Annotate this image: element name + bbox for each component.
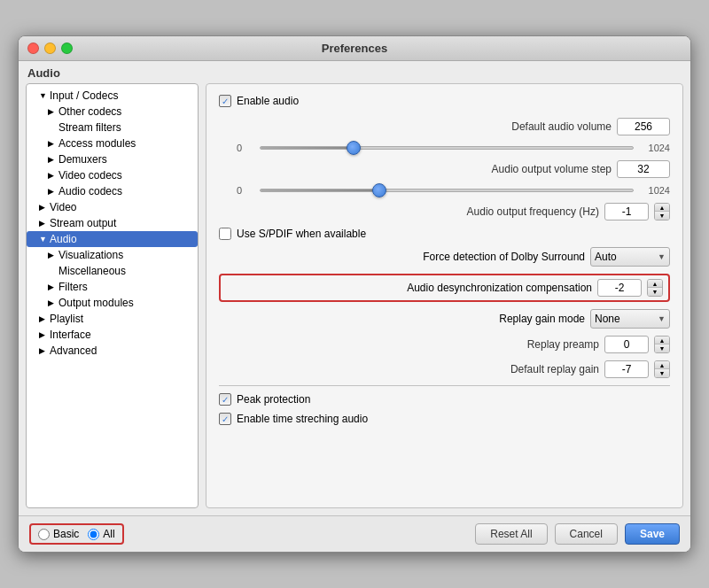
sidebar: ▼Input / Codecs▶Other codecsStream filte… <box>26 83 199 508</box>
sidebar-arrow-audio: ▼ <box>39 235 48 244</box>
sidebar-item-video[interactable]: ▶Video <box>27 199 198 215</box>
sidebar-item-input-codecs[interactable]: ▼Input / Codecs <box>27 88 198 104</box>
save-button[interactable]: Save <box>625 523 680 545</box>
replay-preamp-down[interactable]: ▼ <box>655 344 669 352</box>
slider2-thumb[interactable] <box>372 183 386 197</box>
sidebar-item-filters[interactable]: ▶Filters <box>27 279 198 295</box>
sidebar-arrow-access-modules: ▶ <box>48 139 57 148</box>
audio-freq-stepper[interactable]: ▲ ▼ <box>654 203 670 220</box>
audio-desync-input[interactable] <box>597 279 642 297</box>
sidebar-item-access-modules[interactable]: ▶Access modules <box>27 135 198 151</box>
sidebar-arrow-audio-codecs: ▶ <box>48 187 57 196</box>
default-replay-input[interactable] <box>604 360 649 378</box>
sidebar-item-stream-filters[interactable]: Stream filters <box>27 120 198 135</box>
audio-desync-stepper-up[interactable]: ▲ <box>648 280 662 288</box>
replay-preamp-row: Replay preamp ▲ ▼ <box>219 336 670 353</box>
audio-desync-stepper-down[interactable]: ▼ <box>648 288 662 296</box>
audio-freq-stepper-down[interactable]: ▼ <box>655 212 669 220</box>
peak-protection-row: ✓ Peak protection <box>219 393 670 406</box>
sidebar-label-miscellaneous: Miscellaneous <box>58 265 126 277</box>
all-radio-label[interactable]: All <box>88 528 114 540</box>
enable-audio-checkbox[interactable]: ✓ <box>219 95 231 107</box>
sidebar-arrow-output-modules: ▶ <box>48 298 57 307</box>
sidebar-item-interface[interactable]: ▶Interface <box>27 327 198 343</box>
default-volume-input[interactable] <box>617 118 670 135</box>
spdif-label: Use S/PDIF when available <box>237 228 366 240</box>
slider1-track[interactable] <box>260 146 634 150</box>
sidebar-label-stream-filters: Stream filters <box>58 121 121 134</box>
sidebar-label-audio: Audio <box>50 233 77 245</box>
dolby-value: Auto <box>595 251 617 263</box>
replay-preamp-label: Replay preamp <box>527 338 599 351</box>
sidebar-arrow-input-codecs: ▼ <box>39 91 48 100</box>
slider2-track[interactable] <box>260 189 634 192</box>
slider1-max: 1024 <box>639 143 670 153</box>
sidebar-item-demuxers[interactable]: ▶Demuxers <box>27 151 198 167</box>
reset-all-button[interactable]: Reset All <box>475 523 547 545</box>
replay-preamp-input[interactable] <box>604 336 649 353</box>
sidebar-item-stream-output[interactable]: ▶Stream output <box>27 215 198 231</box>
basic-radio-label[interactable]: Basic <box>38 528 79 540</box>
sidebar-label-demuxers: Demuxers <box>58 153 107 166</box>
sidebar-item-visualizations[interactable]: ▶Visualizations <box>27 247 198 263</box>
dolby-row: Force detection of Dolby Surround Auto ▼ <box>219 247 670 267</box>
slider1-thumb[interactable] <box>347 141 361 155</box>
sidebar-label-interface: Interface <box>50 329 91 341</box>
sidebar-label-advanced: Advanced <box>50 344 97 357</box>
audio-step-input[interactable] <box>617 160 670 178</box>
peak-protection-checkbox[interactable]: ✓ <box>219 393 231 406</box>
sidebar-item-output-modules[interactable]: ▶Output modules <box>27 295 198 311</box>
sidebar-label-filters: Filters <box>58 281 88 293</box>
cancel-button[interactable]: Cancel <box>555 523 618 545</box>
replay-gain-value: None <box>595 313 620 325</box>
audio-freq-input[interactable] <box>604 203 649 220</box>
sidebar-label-video: Video <box>50 201 76 213</box>
slider1-min: 0 <box>237 143 254 153</box>
slider2-min: 0 <box>237 185 254 196</box>
enable-audio-row: ✓ Enable audio <box>219 95 670 107</box>
dolby-label: Force detection of Dolby Surround <box>423 251 585 263</box>
default-replay-up[interactable]: ▲ <box>655 361 669 369</box>
sidebar-arrow-stream-output: ▶ <box>39 219 48 228</box>
replay-gain-dropdown[interactable]: None ▼ <box>590 309 670 329</box>
audio-freq-stepper-up[interactable]: ▲ <box>655 204 669 212</box>
spdif-checkbox[interactable] <box>219 228 231 240</box>
sidebar-item-advanced[interactable]: ▶Advanced <box>27 343 198 359</box>
dolby-dropdown-arrow: ▼ <box>658 252 666 261</box>
audio-desync-stepper[interactable]: ▲ ▼ <box>647 279 663 297</box>
preferences-window: Preferences Audio ▼Input / Codecs▶Other … <box>18 35 691 553</box>
spdif-row: Use S/PDIF when available <box>219 228 670 240</box>
audio-freq-label: Audio output frequency (Hz) <box>467 205 599 218</box>
sidebar-label-playlist: Playlist <box>50 313 83 325</box>
traffic-lights <box>27 43 73 54</box>
replay-preamp-stepper[interactable]: ▲ ▼ <box>654 336 670 353</box>
sidebar-arrow-interface: ▶ <box>39 330 48 339</box>
minimize-button[interactable] <box>44 43 56 54</box>
audio-step-label: Audio output volume step <box>492 163 612 175</box>
all-radio[interactable] <box>88 529 99 540</box>
sidebar-item-audio[interactable]: ▼Audio <box>27 231 198 247</box>
sidebar-item-video-codecs[interactable]: ▶Video codecs <box>27 167 198 183</box>
close-button[interactable] <box>27 43 39 54</box>
slider2-row: 0 1024 <box>219 185 670 196</box>
default-replay-down[interactable]: ▼ <box>655 369 669 377</box>
sidebar-item-audio-codecs[interactable]: ▶Audio codecs <box>27 183 198 199</box>
default-replay-label: Default replay gain <box>510 363 599 375</box>
default-volume-label: Default audio volume <box>511 120 612 133</box>
divider <box>219 385 670 386</box>
sidebar-item-miscellaneous[interactable]: Miscellaneous <box>27 263 198 279</box>
sidebar-arrow-other-codecs: ▶ <box>48 107 57 116</box>
default-replay-stepper[interactable]: ▲ ▼ <box>654 360 670 378</box>
sidebar-arrow-demuxers: ▶ <box>48 155 57 164</box>
main-area: ▼Input / Codecs▶Other codecsStream filte… <box>19 83 690 515</box>
time-stretching-row: ✓ Enable time streching audio <box>219 413 670 425</box>
maximize-button[interactable] <box>61 43 73 54</box>
replay-preamp-up[interactable]: ▲ <box>655 337 669 344</box>
sidebar-item-other-codecs[interactable]: ▶Other codecs <box>27 104 198 120</box>
dolby-dropdown[interactable]: Auto ▼ <box>590 247 670 267</box>
basic-radio[interactable] <box>38 529 50 540</box>
time-stretching-checkbox[interactable]: ✓ <box>219 413 231 425</box>
sidebar-item-playlist[interactable]: ▶Playlist <box>27 311 198 327</box>
peak-protection-label: Peak protection <box>237 393 310 406</box>
sidebar-arrow-video: ▶ <box>39 203 48 212</box>
